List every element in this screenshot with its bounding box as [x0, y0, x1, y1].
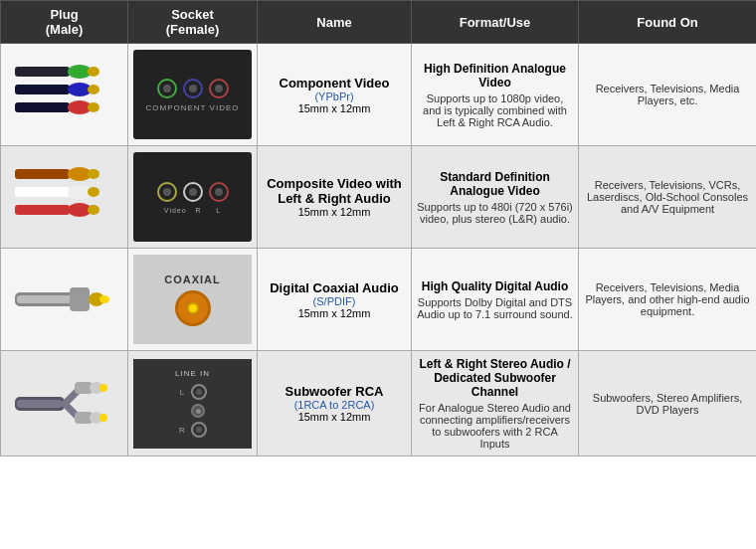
coaxial-plug-image: [15, 260, 114, 339]
table-row: LINE IN L . R: [1, 351, 757, 457]
name-component: Component Video (YPbPr) 15mm x 12mm: [258, 44, 412, 146]
svg-rect-10: [15, 187, 70, 197]
svg-point-16: [88, 187, 99, 197]
found-composite: Receivers, Televisions, VCRs, Laserdiscs…: [579, 146, 757, 249]
header-format: Format/Use: [412, 1, 579, 44]
header-name: Name: [258, 1, 412, 44]
format-coaxial: High Quality Digital Audio Supports Dolb…: [412, 249, 579, 351]
plug-coaxial: [1, 249, 128, 351]
name-composite: Composite Video with Left & Right Audio …: [258, 146, 412, 249]
header-found: Found On: [579, 1, 757, 44]
svg-point-22: [99, 295, 109, 303]
found-subwoofer: Subwoofers, Stereo Amplifiers, DVD Playe…: [579, 351, 757, 457]
svg-rect-1: [15, 85, 70, 94]
table-row: COMPONENT VIDEO Component Video (YPbPr) …: [1, 44, 757, 146]
format-composite: Standard Definition Analogue Video Suppo…: [412, 146, 579, 249]
found-component: Receivers, Televisions, Media Players, e…: [579, 44, 757, 146]
svg-rect-20: [70, 287, 90, 311]
header-socket: Socket(Female): [128, 1, 258, 44]
found-coaxial: Receivers, Televisions, Media Players, a…: [579, 249, 757, 351]
svg-point-6: [88, 67, 99, 77]
svg-rect-9: [15, 169, 70, 179]
svg-rect-19: [17, 295, 72, 303]
format-component: High Definition Analogue Video Supports …: [412, 44, 579, 146]
svg-point-32: [99, 414, 107, 422]
socket-composite: Video R L: [128, 146, 258, 249]
composite-plug-image: [15, 157, 114, 237]
table-row: COAXIAL Digital Coaxial Audio (S/PDIF) 1…: [1, 249, 757, 351]
header-plug: Plug(Male): [1, 1, 128, 44]
name-coaxial: Digital Coaxial Audio (S/PDIF) 15mm x 12…: [258, 249, 412, 351]
socket-subwoofer: LINE IN L . R: [128, 351, 258, 457]
table-row: Video R L Composite Video with Left & Ri…: [1, 146, 757, 249]
plug-component: [1, 44, 128, 146]
svg-point-8: [88, 102, 99, 112]
svg-rect-0: [15, 67, 70, 77]
subwoofer-plug-image: [15, 364, 114, 444]
format-subwoofer: Left & Right Stereo Audio / Dedicated Su…: [412, 351, 579, 457]
plug-subwoofer: [1, 351, 128, 457]
svg-point-7: [88, 85, 99, 94]
component-plug-image: [15, 55, 114, 134]
svg-point-17: [88, 205, 99, 215]
svg-point-15: [88, 169, 99, 179]
socket-coaxial: COAXIAL: [128, 249, 258, 351]
svg-rect-24: [17, 400, 62, 408]
socket-component: COMPONENT VIDEO: [128, 44, 258, 146]
plug-composite: [1, 146, 128, 249]
svg-rect-11: [15, 205, 70, 215]
svg-rect-2: [15, 102, 70, 112]
svg-point-29: [99, 384, 107, 392]
name-subwoofer: Subwoofer RCA (1RCA to 2RCA) 15mm x 12mm: [258, 351, 412, 457]
